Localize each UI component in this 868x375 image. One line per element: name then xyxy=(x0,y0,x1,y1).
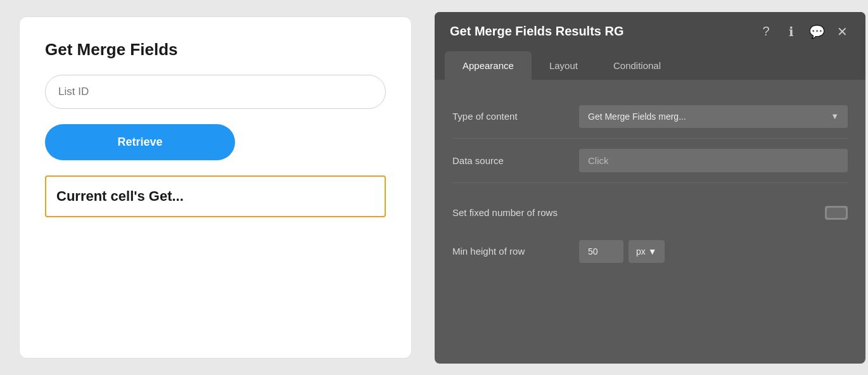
unit-dropdown-arrow: ▼ xyxy=(648,246,657,257)
spacer xyxy=(452,183,848,196)
list-id-input[interactable] xyxy=(45,75,386,109)
data-source-control: Click xyxy=(579,149,848,172)
right-panel-header: Get Merge Fields Results RG ? ℹ 💬 ✕ xyxy=(435,12,865,51)
type-of-content-dropdown[interactable]: Get Merge Fields merg... ▼ xyxy=(579,105,848,128)
data-source-row: Data source Click xyxy=(452,139,848,183)
data-source-click[interactable]: Click xyxy=(579,149,848,172)
retrieve-button[interactable]: Retrieve xyxy=(45,124,235,160)
left-panel: Get Merge Fields Retrieve Current cell's… xyxy=(19,16,412,359)
tabs-bar: Appearance Layout Conditional xyxy=(435,51,865,80)
dropdown-arrow-icon: ▼ xyxy=(831,111,839,121)
min-height-input[interactable] xyxy=(579,240,623,263)
info-icon[interactable]: ℹ xyxy=(783,23,800,40)
min-height-row: Min height of row px ▼ xyxy=(452,230,848,273)
min-height-label: Min height of row xyxy=(452,246,579,257)
set-fixed-rows-toggle[interactable] xyxy=(825,206,848,220)
type-of-content-label: Type of content xyxy=(452,111,579,122)
panel-title: Get Merge Fields xyxy=(45,40,386,60)
tab-conditional[interactable]: Conditional xyxy=(596,51,679,80)
tab-appearance[interactable]: Appearance xyxy=(445,51,532,80)
toggle-inner xyxy=(827,208,846,218)
data-source-label: Data source xyxy=(452,155,579,166)
unit-dropdown[interactable]: px ▼ xyxy=(629,240,665,263)
right-panel: Get Merge Fields Results RG ? ℹ 💬 ✕ Appe… xyxy=(435,12,865,364)
set-fixed-rows-label: Set fixed number of rows xyxy=(452,207,558,218)
appearance-content: Type of content Get Merge Fields merg...… xyxy=(435,80,865,364)
type-of-content-control: Get Merge Fields merg... ▼ xyxy=(579,105,848,128)
right-panel-title: Get Merge Fields Results RG xyxy=(450,24,624,39)
current-cell-box: Current cell's Get... xyxy=(45,175,386,217)
help-icon[interactable]: ? xyxy=(758,23,774,40)
close-icon[interactable]: ✕ xyxy=(834,23,850,40)
tab-layout[interactable]: Layout xyxy=(532,51,596,80)
min-height-controls: px ▼ xyxy=(579,240,665,263)
header-icons: ? ℹ 💬 ✕ xyxy=(758,23,850,40)
type-of-content-row: Type of content Get Merge Fields merg...… xyxy=(452,95,848,139)
chat-icon[interactable]: 💬 xyxy=(808,23,825,40)
set-fixed-rows-row: Set fixed number of rows xyxy=(452,196,848,230)
